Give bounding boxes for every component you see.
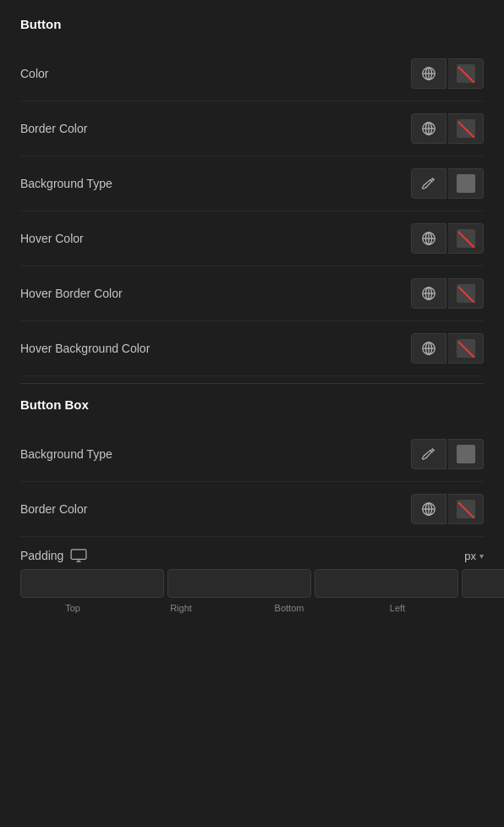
- border-color-control: [411, 113, 484, 144]
- globe-icon: [421, 66, 436, 81]
- background-type-row: Background Type: [20, 156, 484, 211]
- padding-top-label: Top: [20, 603, 125, 613]
- color-control: [411, 58, 484, 89]
- chevron-down-icon: ▾: [479, 551, 484, 561]
- unit-select[interactable]: px ▾: [464, 550, 484, 562]
- padding-labels-row: Top Right Bottom Left: [20, 603, 484, 613]
- color-label: Color: [20, 67, 48, 80]
- padding-right-label: Right: [129, 603, 233, 613]
- padding-label: Padding: [20, 549, 63, 562]
- box-background-type-gray-swatch: [457, 445, 475, 463]
- hover-color-control: [411, 223, 484, 254]
- box-border-color-label: Border Color: [20, 502, 87, 516]
- globe-icon: [421, 286, 436, 301]
- background-type-label: Background Type: [20, 177, 112, 190]
- border-color-swatch-btn[interactable]: [448, 113, 484, 144]
- hover-color-swatch-btn[interactable]: [448, 223, 484, 254]
- color-swatch-btn[interactable]: [448, 58, 484, 89]
- border-color-swatch: [457, 119, 475, 138]
- background-type-swatch-btn[interactable]: [448, 168, 484, 199]
- hover-border-color-swatch-btn[interactable]: [448, 278, 484, 309]
- hover-border-color-globe-btn[interactable]: [411, 278, 446, 309]
- brush-icon: [421, 446, 436, 462]
- color-globe-btn[interactable]: [411, 58, 446, 89]
- hover-color-globe-btn[interactable]: [411, 223, 446, 254]
- button-box-section-title: Button Box: [20, 397, 484, 412]
- box-border-color-swatch-btn[interactable]: [448, 494, 484, 524]
- globe-icon: [421, 341, 436, 356]
- padding-label-group: Padding: [20, 549, 87, 562]
- hover-color-swatch: [457, 229, 475, 248]
- panel: Button Color Border Color: [0, 0, 504, 630]
- unit-label: px: [464, 550, 476, 562]
- brush-icon: [421, 176, 436, 191]
- hover-border-color-swatch: [457, 284, 475, 303]
- border-color-globe-btn[interactable]: [411, 113, 446, 144]
- padding-row: Padding px ▾: [20, 537, 484, 569]
- hover-border-color-row: Hover Border Color: [20, 266, 484, 321]
- hover-bg-color-label: Hover Background Color: [20, 342, 150, 355]
- padding-bottom-label: Bottom: [237, 603, 342, 613]
- hover-color-label: Hover Color: [20, 232, 84, 245]
- background-type-brush-btn[interactable]: [411, 168, 446, 199]
- globe-icon: [421, 231, 436, 246]
- section-divider: [20, 383, 484, 384]
- hover-color-row: Hover Color: [20, 211, 484, 266]
- box-border-color-swatch: [457, 500, 475, 518]
- box-border-color-control: [411, 494, 484, 524]
- box-background-type-label: Background Type: [20, 447, 112, 461]
- button-section-title: Button: [20, 17, 484, 31]
- padding-right-input[interactable]: [167, 569, 311, 598]
- hover-bg-color-control: [411, 333, 484, 364]
- box-background-type-row: Background Type: [20, 427, 484, 482]
- background-type-gray-swatch: [457, 174, 475, 193]
- border-color-label: Border Color: [20, 122, 87, 135]
- color-swatch: [457, 64, 475, 83]
- hover-bg-color-globe-btn[interactable]: [411, 333, 446, 364]
- padding-link-spacer: [453, 603, 484, 613]
- box-background-type-control: [411, 439, 484, 469]
- padding-inputs-row: [20, 569, 484, 598]
- background-type-control: [411, 168, 484, 199]
- padding-left-input[interactable]: [462, 569, 504, 598]
- box-border-color-row: Border Color: [20, 482, 484, 537]
- color-row: Color: [20, 47, 484, 101]
- border-color-row: Border Color: [20, 101, 484, 156]
- box-border-color-globe-btn[interactable]: [411, 494, 446, 524]
- hover-border-color-label: Hover Border Color: [20, 287, 123, 300]
- hover-bg-color-swatch-btn[interactable]: [448, 333, 484, 364]
- padding-top-input[interactable]: [20, 569, 164, 598]
- monitor-icon: [70, 549, 87, 562]
- hover-bg-color-swatch: [457, 339, 475, 358]
- svg-rect-26: [72, 550, 87, 560]
- box-background-type-brush-btn[interactable]: [411, 439, 446, 469]
- padding-bottom-input[interactable]: [315, 569, 458, 598]
- padding-left-label: Left: [345, 603, 450, 613]
- hover-bg-color-row: Hover Background Color: [20, 321, 484, 376]
- hover-border-color-control: [411, 278, 484, 309]
- globe-icon: [421, 121, 436, 136]
- globe-icon: [421, 501, 436, 517]
- box-background-type-swatch-btn[interactable]: [448, 439, 484, 469]
